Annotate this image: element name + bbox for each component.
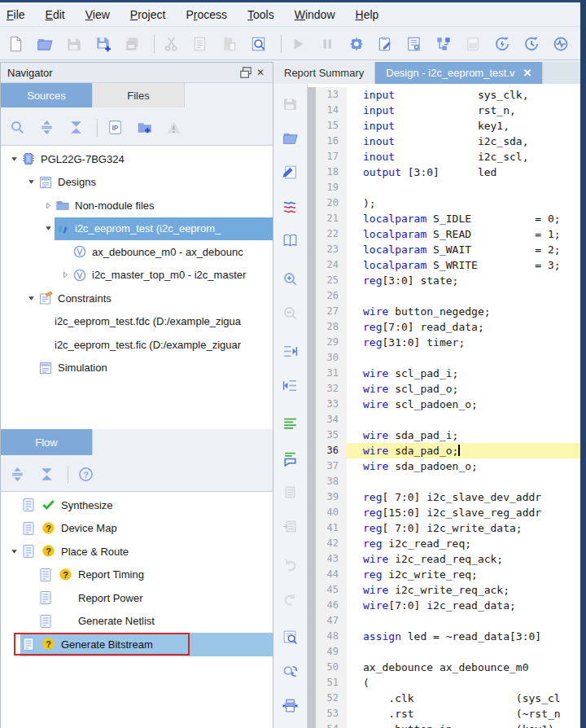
- tree-item-body[interactable]: i2c_eeprom_test (i2c_eeprom_: [55, 217, 273, 241]
- tree-item-body[interactable]: i2c_eeprom_test.fdc (D:/example_zigua: [55, 310, 273, 334]
- code-line[interactable]: 44reg i2c_write_req;: [308, 567, 580, 582]
- tree-item-body[interactable]: ?Report Timing: [37, 564, 273, 587]
- menu-process[interactable]: Process: [186, 8, 238, 21]
- code-line[interactable]: 26: [308, 288, 580, 304]
- code-line[interactable]: 20);: [308, 195, 580, 211]
- code-line[interactable]: 30: [308, 350, 580, 366]
- tree-item-constraints[interactable]: Constraints: [1, 287, 273, 310]
- tree-item-i2c-master-top-m0-i2c-master[interactable]: i2c_master_top_m0 - i2c_master: [1, 264, 273, 287]
- code-line[interactable]: 32wire scl_pad_o;: [308, 381, 580, 397]
- close-tab-icon[interactable]: ✕: [523, 67, 532, 79]
- book-icon[interactable]: [281, 232, 300, 249]
- code-line[interactable]: 17inout i2c_scl,: [308, 149, 580, 164]
- tree-item-body[interactable]: ?Device Map: [20, 517, 273, 541]
- code-line[interactable]: 34: [308, 412, 580, 428]
- code-line[interactable]: 28reg[7:0] read_data;: [308, 319, 580, 335]
- edit-doc-icon[interactable]: [281, 164, 300, 181]
- code-line[interactable]: 13input sys_clk,: [308, 87, 580, 103]
- menu-file[interactable]: File: [7, 8, 36, 21]
- new-file-icon[interactable]: [7, 34, 25, 54]
- editor-tab-design-i2c-eeprom-test-v[interactable]: Design - i2c_eeprom_test.v✕: [375, 62, 543, 84]
- find-in-files-icon[interactable]: [250, 34, 269, 54]
- tree-item-report-power[interactable]: Report Power: [1, 586, 273, 610]
- expand-all-icon[interactable]: [7, 465, 27, 485]
- save-as-icon[interactable]: [94, 34, 113, 54]
- indent-right-icon[interactable]: [281, 343, 300, 360]
- code-line[interactable]: 46wire[7:0] i2c_read_data;: [308, 598, 580, 613]
- tree-item-body[interactable]: Synthesize: [20, 493, 273, 517]
- code-view[interactable]: 13input sys_clk,14input rst_n,15input ke…: [308, 84, 580, 728]
- comment-icon[interactable]: [281, 450, 300, 467]
- code-line[interactable]: 16inout i2c_sda,: [308, 134, 580, 149]
- expand-icon[interactable]: [59, 269, 72, 282]
- add-folder-icon[interactable]: [134, 118, 154, 138]
- indent-left-icon[interactable]: [281, 377, 300, 394]
- code-line[interactable]: 49: [308, 644, 580, 660]
- tree-item-synthesize[interactable]: Synthesize: [1, 493, 273, 517]
- code-line[interactable]: 43wire i2c_read_req_ack;: [308, 551, 580, 567]
- tree-item-i2c-eeprom-test-fic-d-example-[interactable]: i2c_eeprom_test.fic (D:/example_ziguar: [1, 333, 273, 357]
- collapse-all-icon[interactable]: [66, 118, 85, 138]
- collapse-icon[interactable]: [7, 545, 20, 558]
- tree-item-designs[interactable]: Designs: [1, 171, 273, 195]
- collapse-icon[interactable]: [24, 292, 37, 305]
- code-line[interactable]: 24localparam S_WRITE = 3;: [308, 257, 580, 273]
- code-line[interactable]: 51(: [308, 675, 580, 691]
- tree-item-i2c-eeprom-test-i2c-eeprom[interactable]: i2c_eeprom_test (i2c_eeprom_: [1, 217, 273, 241]
- tree-item-i2c-eeprom-test-fdc-d-example-[interactable]: i2c_eeprom_test.fdc (D:/example_zigua: [1, 310, 273, 334]
- menu-view[interactable]: View: [85, 8, 120, 21]
- tree-item-body[interactable]: ax_debounce_m0 - ax_debounc: [72, 240, 273, 264]
- code-line[interactable]: 41reg[ 7:0] i2c_write_data;: [308, 520, 580, 536]
- hierarchy-icon[interactable]: [435, 34, 453, 54]
- tree-item-non-module-files[interactable]: Non-module files: [1, 194, 273, 217]
- print-icon[interactable]: [281, 697, 300, 714]
- code-line[interactable]: 27wire button_negedge;: [308, 304, 580, 319]
- editor-tab-report-summary[interactable]: Report Summary: [273, 62, 375, 84]
- code-line[interactable]: 36wire sda_pad_o;: [308, 443, 580, 458]
- tree-item-body[interactable]: PGL22G-7BG324: [20, 147, 273, 171]
- code-line[interactable]: 31wire scl_pad_i;: [308, 366, 580, 381]
- code-line[interactable]: 39reg[ 7:0] i2c_slave_dev_addr: [308, 489, 580, 505]
- collapse-icon[interactable]: [42, 222, 55, 235]
- code-line[interactable]: 18output [3:0] led: [308, 164, 580, 180]
- tab-sources[interactable]: Sources: [1, 83, 93, 107]
- code-line[interactable]: 48assign led = ~read_data[3:0]: [308, 629, 580, 644]
- tree-item-body[interactable]: ?Place & Route: [20, 540, 273, 564]
- code-line[interactable]: 38: [308, 474, 580, 489]
- code-line[interactable]: 50ax_debounce ax_debounce_m0: [308, 660, 580, 675]
- settings-icon[interactable]: [347, 34, 365, 54]
- wave-lines-icon[interactable]: [281, 198, 300, 215]
- menu-help[interactable]: Help: [356, 8, 390, 21]
- code-line[interactable]: 22localparam S_READ = 1;: [308, 226, 580, 242]
- code-line[interactable]: 53 .rst (~rst_n: [308, 706, 580, 721]
- find-replace-icon[interactable]: [281, 663, 300, 680]
- menu-window[interactable]: Window: [295, 8, 346, 21]
- code-line[interactable]: 35wire sda_pad_i;: [308, 428, 580, 443]
- tree-item-ax-debounce-m0-ax-debounc[interactable]: ax_debounce_m0 - ax_debounc: [1, 240, 273, 264]
- menu-tools[interactable]: Tools: [247, 8, 285, 21]
- collapse-icon[interactable]: [24, 176, 37, 189]
- tree-item-body[interactable]: Generate Netlist: [37, 610, 273, 634]
- sync-clock-icon[interactable]: [522, 34, 540, 54]
- code-line[interactable]: 23localparam S_WAIT = 2;: [308, 242, 580, 257]
- code-line[interactable]: 37wire sda_padoen_o;: [308, 458, 580, 474]
- tree-item-pgl22g-7bg324[interactable]: PGL22G-7BG324: [1, 147, 273, 171]
- zoom-in-icon[interactable]: [281, 270, 300, 287]
- code-line[interactable]: 52 .clk (sys_cl: [308, 691, 580, 706]
- find-icon[interactable]: [281, 629, 300, 646]
- tab-files[interactable]: Files: [93, 83, 185, 107]
- code-line[interactable]: 15input key1,: [308, 118, 580, 134]
- tree-item-body[interactable]: Report Power: [37, 586, 273, 610]
- menu-project[interactable]: Project: [130, 8, 177, 21]
- tree-item-body[interactable]: ?Generate Bitstream: [20, 633, 273, 656]
- expand-all-icon[interactable]: [37, 118, 56, 138]
- tree-item-body[interactable]: i2c_eeprom_test.fic (D:/example_ziguar: [55, 333, 273, 357]
- float-panel-icon[interactable]: [238, 65, 253, 80]
- tree-item-body[interactable]: Designs: [37, 171, 273, 195]
- expand-icon[interactable]: [42, 199, 55, 212]
- code-line[interactable]: 45wire i2c_write_req_ack;: [308, 582, 580, 598]
- tab-flow[interactable]: Flow: [1, 429, 93, 455]
- code-line[interactable]: 21localparam S_IDLE = 0;: [308, 211, 580, 226]
- tree-item-device-map[interactable]: ?Device Map: [1, 517, 273, 541]
- tree-item-generate-netlist[interactable]: Generate Netlist: [1, 610, 273, 634]
